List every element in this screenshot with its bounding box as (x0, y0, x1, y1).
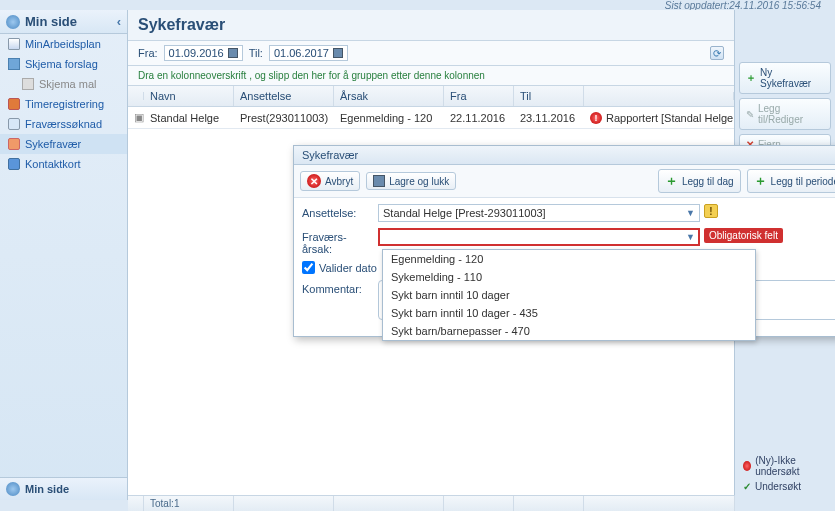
sidebar-item-arbeidsplan[interactable]: MinArbeidsplan (0, 34, 127, 54)
save-label: Lagre og lukk (389, 176, 449, 187)
cell-ansettelse: Prest(293011003) (234, 108, 334, 128)
sidebar-item-skjema-mal[interactable]: Skjema mal (0, 74, 127, 94)
comment-label: Kommentar: (302, 280, 374, 295)
col-arsak[interactable]: Årsak (334, 86, 444, 106)
sidebar-item-sykefravaer[interactable]: Sykefravær (0, 134, 127, 154)
to-label: Til: (249, 47, 263, 59)
alert-icon: ! (590, 112, 602, 124)
validate-date-input[interactable] (302, 261, 315, 274)
nav-label: Sykefravær (25, 138, 81, 150)
absence-grid: Navn Ansettelse Årsak Fra Til ▣ Standal … (128, 85, 734, 129)
sidebar-item-timeregistrering[interactable]: Timeregistrering (0, 94, 127, 114)
sidebar: Min side ‹ MinArbeidsplan Skjema forslag… (0, 10, 128, 500)
nav-label: Fraværssøknad (25, 118, 102, 130)
reason-option[interactable]: Sykt barn/barnepasser - 470 (383, 322, 755, 340)
sick-icon (8, 138, 20, 150)
chevron-down-icon: ▼ (686, 208, 695, 218)
alert-icon (743, 461, 751, 471)
add-period-button[interactable]: ＋ Legg til periode (747, 169, 835, 193)
legend-checked: Undersøkt (755, 481, 801, 492)
reason-select[interactable]: ▼ (378, 228, 700, 246)
refresh-button[interactable]: ⟳ (710, 46, 724, 60)
legend: (Ny)-Ikke undersøkt ✓ Undersøkt (739, 451, 831, 496)
legend-not-checked: (Ny)-Ikke undersøkt (755, 455, 827, 477)
sidebar-item-skjema-forslag[interactable]: Skjema forslag (0, 54, 127, 74)
check-icon: ✓ (743, 481, 751, 492)
nav-label: Kontaktkort (25, 158, 81, 170)
cell-status: Rapportert [Standal Helge - 23.11.2016 1… (606, 112, 734, 124)
cell-arsak: Egenmelding - 120 (334, 108, 444, 128)
dialog-toolbar: ✕ Avbryt Lagre og lukk ＋ Legg til dag ＋ … (294, 165, 835, 198)
col-fra[interactable]: Fra (444, 86, 514, 106)
plus-icon: ＋ (754, 172, 767, 190)
nav-label: MinArbeidsplan (25, 38, 101, 50)
warning-icon: ! (704, 204, 718, 218)
pencil-icon: ✎ (746, 109, 754, 120)
nav-label: Skjema mal (39, 78, 96, 90)
col-status[interactable] (584, 92, 734, 100)
col-til[interactable]: Til (514, 86, 584, 106)
cancel-label: Avbryt (325, 176, 353, 187)
employment-label: Ansettelse: (302, 204, 374, 219)
required-badge: Obligatorisk felt (704, 228, 783, 243)
employment-select[interactable]: Standal Helge [Prest-293011003] ▼ (378, 204, 700, 222)
cell-fra: 22.11.2016 (444, 108, 514, 128)
col-ansettelse[interactable]: Ansettelse (234, 86, 334, 106)
globe-icon (6, 15, 20, 29)
reason-option[interactable]: Sykt barn inntil 10 dager - 435 (383, 304, 755, 322)
sidebar-collapse[interactable]: ‹ (117, 14, 121, 29)
cancel-button[interactable]: ✕ Avbryt (300, 171, 360, 191)
clock-icon (8, 98, 20, 110)
reason-option[interactable]: Sykemelding - 110 (383, 268, 755, 286)
footer-total: Total:1 (144, 496, 234, 511)
nav-label: Skjema forslag (25, 58, 98, 70)
from-date-value: 01.09.2016 (169, 47, 224, 59)
to-date-value: 01.06.2017 (274, 47, 329, 59)
chevron-down-icon: ▼ (686, 232, 695, 242)
template-icon (22, 78, 34, 90)
sidebar-item-kontaktkort[interactable]: Kontaktkort (0, 154, 127, 174)
employment-value: Standal Helge [Prest-293011003] (383, 207, 546, 219)
edit-button[interactable]: ✎ Legg til/Rediger (739, 98, 831, 130)
reason-label: Fraværs-årsak: (302, 228, 374, 255)
col-navn[interactable]: Navn (144, 86, 234, 106)
add-period-label: Legg til periode (771, 176, 835, 187)
plus-icon: ＋ (746, 71, 756, 85)
edit-label: Legg til/Rediger (758, 103, 824, 125)
sidebar-footer[interactable]: Min side (0, 477, 127, 500)
grid-header: Navn Ansettelse Årsak Fra Til (128, 85, 734, 107)
save-icon (373, 175, 385, 187)
from-date-field[interactable]: 01.09.2016 (164, 45, 243, 61)
calendar-icon[interactable] (228, 48, 238, 58)
reason-dropdown[interactable]: Egenmelding - 120 Sykemelding - 110 Sykt… (382, 249, 756, 341)
group-drag-hint: Dra en kolonneoverskrift , og slipp den … (128, 66, 734, 85)
from-label: Fra: (138, 47, 158, 59)
main: Sykefravær Fra: 01.09.2016 Til: 01.06.20… (128, 10, 735, 500)
contact-icon (8, 158, 20, 170)
dialog-title: Sykefravær (294, 146, 835, 165)
expand-row[interactable]: ▣ (128, 107, 144, 128)
add-day-button[interactable]: ＋ Legg til dag (658, 169, 741, 193)
calendar-icon (8, 38, 20, 50)
sykefravaer-dialog: Sykefravær ✕ Avbryt Lagre og lukk ＋ Legg… (293, 145, 835, 337)
sidebar-item-fravaerssoknad[interactable]: Fraværssøknad (0, 114, 127, 134)
page-title: Sykefravær (128, 10, 734, 41)
form-icon (8, 58, 20, 70)
globe-icon (6, 482, 20, 496)
grid-footer: Total:1 (128, 495, 735, 511)
add-day-label: Legg til dag (682, 176, 734, 187)
to-date-field[interactable]: 01.06.2017 (269, 45, 348, 61)
cell-navn: Standal Helge (144, 108, 234, 128)
cell-til: 23.11.2016 (514, 108, 584, 128)
plus-icon: ＋ (665, 172, 678, 190)
validate-date-label: Valider dato (319, 262, 377, 274)
calendar-icon[interactable] (333, 48, 343, 58)
leave-icon (8, 118, 20, 130)
reason-option[interactable]: Sykt barn inntil 10 dager (383, 286, 755, 304)
table-row[interactable]: ▣ Standal Helge Prest(293011003) Egenmel… (128, 107, 734, 129)
new-absence-button[interactable]: ＋ Ny Sykefravær (739, 62, 831, 94)
save-close-button[interactable]: Lagre og lukk (366, 172, 456, 190)
validate-date-checkbox[interactable]: Valider dato (302, 261, 377, 274)
reason-option[interactable]: Egenmelding - 120 (383, 250, 755, 268)
close-icon: ✕ (307, 174, 321, 188)
